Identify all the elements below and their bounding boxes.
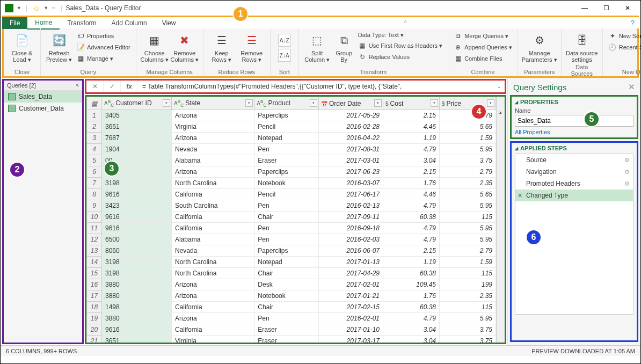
delete-step-icon[interactable]: ✕ — [518, 192, 522, 199]
manage-button[interactable]: ▦Manage ▾ — [74, 53, 133, 64]
filter-dd-icon[interactable]: ▾ — [245, 99, 253, 107]
query-name-input[interactable] — [515, 115, 633, 127]
table-row[interactable]: 73198North CarolinaNotebook2016-03-071.7… — [87, 178, 496, 189]
formula-cancel-icon[interactable]: ✕ — [86, 81, 104, 92]
table-icon — [8, 105, 16, 112]
help-icon[interactable]: ? — [631, 19, 635, 27]
formula-expand-icon[interactable]: ⌄ — [494, 84, 505, 89]
sort-asc-button[interactable]: A↓Z — [278, 34, 291, 47]
close-load-button[interactable]: 📄 Close & Load ▾ — [7, 30, 37, 63]
filter-dd-icon[interactable]: ▾ — [310, 99, 317, 107]
table-row[interactable]: 181498CaliforniaChair2017-02-1560.38115 — [87, 302, 496, 313]
recent-sources-button[interactable]: 🕘Recent Sources ▾ — [606, 42, 641, 53]
gear-icon[interactable]: ⚙ — [624, 180, 630, 187]
manage-params-button[interactable]: ⚙Manage Parameters ▾ — [521, 30, 558, 63]
sort-desc-button[interactable]: Z↓A — [278, 49, 291, 62]
close-settings-icon[interactable]: ✕ — [628, 82, 635, 92]
table-row[interactable]: 93423South CarolinaPen2016-02-134.795.95 — [87, 200, 496, 212]
table-row[interactable]: 163880ArizonaDesk2017-02-01109.45199 — [87, 279, 496, 290]
scrollbar[interactable]: ▴ — [496, 97, 505, 343]
append-queries-button[interactable]: ⊕Append Queries ▾ — [451, 42, 514, 53]
new-source-button[interactable]: ✦New Source ▾ — [606, 31, 641, 41]
query-item-customer[interactable]: Customer_Data — [4, 103, 82, 114]
fx-icon[interactable]: fx — [121, 81, 138, 92]
query-item-sales[interactable]: Sales_Data — [4, 91, 82, 103]
group-manage-cols: Manage Columns — [140, 68, 200, 76]
filter-dd-icon[interactable]: ▾ — [431, 99, 438, 107]
tab-home[interactable]: Home — [27, 17, 60, 30]
filter-dd-icon[interactable]: ▾ — [374, 99, 382, 107]
table-row[interactable]: 500AlabamaEraser2017-03-013.043.75 — [87, 155, 496, 166]
tab-file[interactable]: File — [2, 17, 27, 29]
table-row[interactable]: 37687ArizonaNotepad2016-04-221.191.59 — [87, 133, 496, 144]
advanced-editor-button[interactable]: 📝Advanced Editor — [74, 42, 133, 53]
column-header[interactable]: ABCState▾ — [172, 97, 254, 110]
first-row-headers-button[interactable]: ▦Use First Row as Headers ▾ — [356, 40, 445, 51]
combine-files-button[interactable]: ▦Combine Files — [451, 53, 514, 64]
filter-dd-icon[interactable]: ▾ — [487, 99, 494, 107]
row-corner[interactable]: ▦ — [87, 97, 102, 110]
group-by-button[interactable]: ⧉Group By — [332, 30, 356, 63]
table-row[interactable]: 143198North CarolinaNotepad2017-01-131.1… — [87, 257, 496, 268]
gear-icon[interactable]: ⚙ — [624, 157, 630, 164]
close-button[interactable]: ✕ — [617, 2, 638, 14]
tab-add-column[interactable]: Add Column — [104, 17, 155, 29]
qat-dd2[interactable]: ▼ — [43, 5, 48, 11]
collapse-tri-icon[interactable]: ◢ — [515, 146, 518, 151]
remove-columns-button[interactable]: ✖Remove Columns ▾ — [170, 30, 200, 63]
scroll-up-icon[interactable]: ▴ — [499, 110, 502, 115]
gear-icon[interactable]: ⚙ — [624, 169, 630, 176]
minimize-button[interactable]: — — [574, 2, 595, 14]
table-row[interactable]: 193880ArizonaPen2016-02-014.795.95 — [87, 313, 496, 324]
choose-columns-button[interactable]: ▦Choose Columns ▾ — [140, 30, 170, 63]
all-properties-link[interactable]: All Properties — [515, 129, 633, 135]
step-item[interactable]: Promoted Headers⚙ — [515, 178, 633, 190]
table-row[interactable]: 109616CaliforniaChair2017-09-1160.38115 — [87, 212, 496, 223]
column-header[interactable]: ABCCustomer ID▾ — [102, 97, 172, 110]
refresh-preview-button[interactable]: 🔄 Refresh Preview ▾ — [44, 30, 74, 63]
split-column-button[interactable]: ⬚Split Column ▾ — [302, 30, 332, 63]
step-item[interactable]: ✕Changed Type — [515, 190, 633, 201]
column-header[interactable]: ABCProduct▾ — [254, 97, 319, 110]
remove-rows-button[interactable]: ☰Remove Rows ▾ — [237, 30, 267, 63]
maximize-button[interactable]: ☐ — [595, 2, 617, 14]
editor-icon: 📝 — [76, 43, 85, 52]
table-row[interactable]: 209616CaliforniaEraser2017-01-103.043.75 — [87, 324, 496, 336]
table-row[interactable]: 173880ArizonaNotebook2017-01-211.762.35 — [87, 290, 496, 302]
table-row[interactable]: 119616CaliforniaPen2016-09-184.795.95 — [87, 223, 496, 234]
column-header[interactable]: $Price▾ — [440, 97, 496, 110]
collapse-ribbon-icon[interactable]: ^ — [404, 20, 407, 26]
table-row[interactable]: 89616CaliforniaPencil2017-06-174.465.65 — [87, 189, 496, 200]
table-row[interactable]: 213651VirginiaEraser2017-03-173.043.75 — [87, 336, 496, 343]
tab-view[interactable]: View — [155, 17, 184, 29]
table-row[interactable]: 153198North CarolinaChair2017-04-2960.38… — [87, 268, 496, 279]
window-title: Sales_Data - Query Editor — [65, 4, 141, 12]
column-header[interactable]: 📅Order Date▾ — [319, 97, 383, 110]
formula-input[interactable]: = Table.TransformColumnTypes(#"Promoted … — [138, 83, 494, 90]
data-source-button[interactable]: 🗄Data source settings — [565, 30, 599, 63]
filter-dd-icon[interactable]: ▾ — [163, 99, 170, 107]
table-row[interactable]: 23651VirginiaPencil2016-02-284.465.65 — [87, 121, 496, 133]
data-type-button[interactable]: Data Type: Text ▾ — [356, 31, 445, 40]
step-item[interactable]: Navigation⚙ — [515, 166, 633, 178]
replace-values-button[interactable]: ↻Replace Values — [356, 52, 445, 62]
qat-dd[interactable]: ▼ — [17, 5, 21, 11]
group-close: Close — [7, 68, 37, 76]
table-row[interactable]: 126500AlabamaPen2016-02-034.795.95 — [87, 234, 496, 245]
table-row[interactable]: 13405ArizonaPaperclips2017-05-292.152.79 — [87, 110, 496, 121]
column-header[interactable]: $Cost▾ — [383, 97, 440, 110]
collapse-tri-icon[interactable]: ◢ — [515, 100, 518, 105]
tab-transform[interactable]: Transform — [60, 17, 104, 29]
table-row[interactable]: 41904NevadaPen2017-08-314.795.95 — [87, 144, 496, 155]
keep-rows-button[interactable]: ☰Keep Rows ▾ — [207, 30, 237, 63]
table-icon — [8, 93, 16, 100]
data-grid[interactable]: ▦ABCCustomer ID▾ABCState▾ABCProduct▾📅Ord… — [86, 97, 496, 343]
step-item[interactable]: Source⚙ — [515, 154, 633, 166]
properties-button[interactable]: 🏷Properties — [74, 31, 133, 41]
table-row[interactable]: 687ArizonaPaperclips2017-06-232.152.79 — [87, 166, 496, 178]
formula-confirm-icon[interactable]: ✓ — [104, 81, 121, 92]
merge-queries-button[interactable]: ⧉Merge Queries ▾ — [451, 31, 514, 41]
smiley-icon[interactable]: ☺ — [33, 4, 40, 12]
collapse-icon[interactable]: < — [76, 82, 79, 89]
table-row[interactable]: 138060NevadaPaperclips2016-06-072.152.79 — [87, 245, 496, 257]
